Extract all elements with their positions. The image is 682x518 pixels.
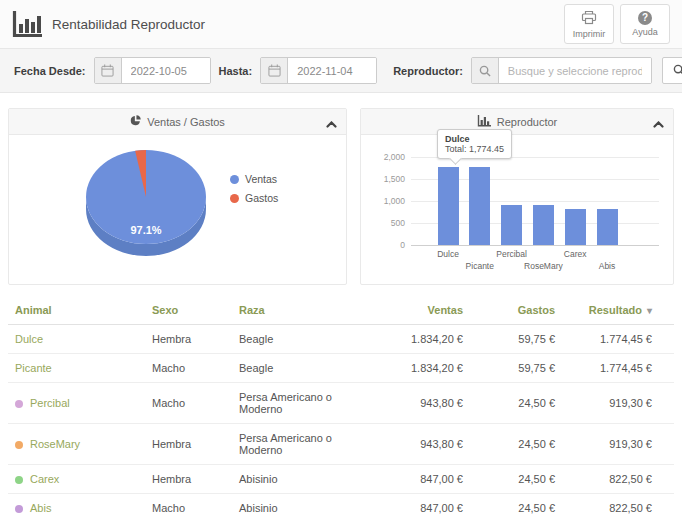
column-header-raza[interactable]: Raza [232, 296, 380, 325]
cell-animal: Abis [8, 494, 145, 518]
print-button[interactable]: Imprimir [564, 4, 614, 44]
animal-color-dot [15, 441, 23, 449]
date-to-group [260, 57, 377, 84]
cell-gastos: 59,75 € [470, 325, 562, 354]
pie-panel-body: 97.1% VentasGastos [9, 135, 346, 284]
cell-raza: Abisinio [232, 494, 380, 518]
animal-link[interactable]: Picante [15, 362, 52, 374]
cell-sexo: Macho [145, 354, 232, 383]
pie-panel-header: Ventas / Gastos [9, 109, 346, 135]
collapse-chevron-up-icon[interactable] [326, 118, 337, 130]
pie-chart [9, 135, 346, 284]
column-header-resultado[interactable]: Resultado▾ [562, 296, 674, 325]
legend-item-gastos[interactable]: Gastos [230, 192, 278, 204]
print-button-label: Imprimir [573, 29, 606, 39]
y-axis-tick-label: 1,000 [361, 196, 405, 206]
bar-carex[interactable] [565, 209, 586, 245]
results-table: AnimalSexoRazaVentasGastosResultado▾ Dul… [8, 296, 674, 518]
pie-panel-title: Ventas / Gastos [147, 116, 225, 128]
animal-link[interactable]: Percibal [30, 397, 70, 409]
cell-ventas: 1.834,20 € [380, 325, 470, 354]
legend-color-dot [230, 194, 239, 203]
animal-link[interactable]: RoseMary [30, 438, 80, 450]
cell-gastos: 24,50 € [470, 494, 562, 518]
pie-chart-icon [130, 115, 141, 128]
cell-ventas: 847,00 € [380, 465, 470, 494]
column-header-sexo[interactable]: Sexo [145, 296, 232, 325]
calendar-icon [95, 58, 122, 83]
cell-sexo: Hembra [145, 424, 232, 465]
table-row: RoseMaryHembraPersa Americano o Moderno9… [8, 424, 674, 465]
bar-panel: Reproductor 05001,0001,5002,000DulcePica… [360, 108, 674, 285]
bar-panel-header: Reproductor [361, 109, 673, 135]
animal-link[interactable]: Abis [30, 502, 51, 514]
bar-panel-body: 05001,0001,5002,000DulcePicantePercibalR… [361, 135, 673, 284]
x-axis-tick-label: RoseMary [513, 261, 573, 271]
x-axis-tick-label: Percibal [482, 249, 542, 259]
cell-raza: Abisinio [232, 465, 380, 494]
cell-raza: Persa Americano o Moderno [232, 424, 380, 465]
charts-row: Ventas / Gastos 97.1% VentasGastos [0, 93, 682, 285]
reproductor-search-input[interactable] [499, 58, 651, 83]
legend-item-ventas[interactable]: Ventas [230, 173, 278, 185]
pie-legend: VentasGastos [230, 173, 278, 204]
reproductor-label: Reproductor: [393, 65, 463, 77]
help-icon: ? [638, 11, 652, 25]
cell-ventas: 943,80 € [380, 383, 470, 424]
column-header-animal[interactable]: Animal [8, 296, 145, 325]
bar-picante[interactable] [469, 167, 490, 245]
cell-ventas: 847,00 € [380, 494, 470, 518]
cell-sexo: Hembra [145, 325, 232, 354]
bar-percibal[interactable] [501, 205, 522, 245]
cell-animal: Dulce [8, 325, 145, 354]
cell-animal: Percibal [8, 383, 145, 424]
cell-resultado: 822,50 € [562, 465, 674, 494]
search-icon [673, 64, 682, 78]
column-header-ventas[interactable]: Ventas [380, 296, 470, 325]
animal-link[interactable]: Dulce [15, 333, 43, 345]
animal-color-dot [15, 476, 23, 484]
collapse-chevron-up-icon[interactable] [653, 118, 664, 130]
cell-sexo: Macho [145, 383, 232, 424]
bar-abis[interactable] [597, 209, 618, 245]
x-axis-tick-label: Carex [545, 249, 605, 259]
cell-raza: Beagle [232, 354, 380, 383]
app-logo-bar-chart-icon [12, 11, 42, 38]
date-from-label: Fecha Desde: [14, 65, 86, 77]
calendar-icon [261, 58, 288, 83]
cell-animal: RoseMary [8, 424, 145, 465]
animal-color-dot [15, 400, 23, 408]
cell-resultado: 822,50 € [562, 494, 674, 518]
y-axis-tick-label: 1,500 [361, 174, 405, 184]
bar-rosemary[interactable] [533, 205, 554, 245]
date-to-input[interactable] [288, 58, 376, 83]
legend-label: Ventas [245, 173, 277, 185]
bar-chart-icon [477, 115, 491, 129]
tooltip-value: Total: 1,774.45 [445, 144, 504, 154]
cell-raza: Beagle [232, 325, 380, 354]
cell-animal: Picante [8, 354, 145, 383]
search-button[interactable]: Buscar [662, 57, 682, 84]
bar-plot: 05001,0001,5002,000DulcePicantePercibalR… [361, 135, 673, 284]
cell-gastos: 24,50 € [470, 465, 562, 494]
animal-color-dot [15, 505, 23, 513]
bar-tooltip: Dulce Total: 1,774.45 [437, 129, 512, 159]
y-axis-tick-label: 2,000 [361, 152, 405, 162]
bar-dulce[interactable] [438, 167, 459, 245]
search-icon [472, 58, 499, 83]
date-from-group [94, 57, 211, 84]
y-axis-tick-label: 0 [361, 240, 405, 250]
cell-raza: Persa Americano o Moderno [232, 383, 380, 424]
help-button[interactable]: ? Ayuda [620, 4, 670, 44]
cell-ventas: 943,80 € [380, 424, 470, 465]
bar-panel-title: Reproductor [497, 116, 558, 128]
animal-link[interactable]: Carex [30, 473, 59, 485]
filter-bar: Fecha Desde: Hasta: Reproductor: [0, 48, 682, 93]
table-row: CarexHembraAbisinio847,00 €24,50 €822,50… [8, 465, 674, 494]
cell-resultado: 919,30 € [562, 424, 674, 465]
y-axis-tick-label: 500 [361, 218, 405, 228]
column-header-gastos[interactable]: Gastos [470, 296, 562, 325]
x-axis-tick-label: Abis [577, 261, 637, 271]
date-from-input[interactable] [122, 58, 210, 83]
cell-gastos: 24,50 € [470, 424, 562, 465]
